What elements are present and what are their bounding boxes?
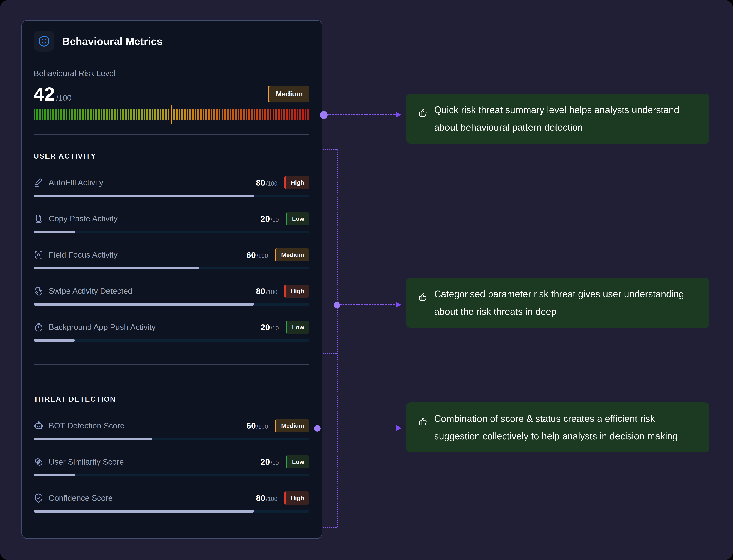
metric-progressbar xyxy=(34,510,309,513)
metric-row-autofill: AutoFIll Activity 80/100 High xyxy=(34,176,309,197)
focus-scan-icon xyxy=(34,250,44,260)
metric-row-swipe: Swipe Activity Detected 80/100 High xyxy=(34,285,309,306)
metric-row-copy-paste: Copy Paste Activity 20/10 Low xyxy=(34,212,309,233)
connector-dot xyxy=(320,111,328,119)
metric-label: AutoFIll Activity xyxy=(49,178,103,187)
metric-row-background-push: Background App Push Activity 20/10 Low xyxy=(34,321,309,342)
callout-text: Quick risk threat summary level helps an… xyxy=(434,101,697,136)
metric-value: 60 xyxy=(246,250,256,260)
metric-label: Copy Paste Activity xyxy=(49,214,118,223)
connector-dot xyxy=(334,302,340,308)
timer-icon xyxy=(34,322,44,332)
metric-row-bot-detection: BOT Detection Score 60/100 Medium xyxy=(34,420,309,440)
connector-stub-middle xyxy=(323,353,337,354)
metric-row-confidence: Confidence Score 80/100 High xyxy=(34,492,309,513)
risk-score-value: 42 xyxy=(34,84,55,104)
risk-score-row: 42 /100 Medium xyxy=(34,84,309,104)
connector-dot xyxy=(314,425,321,432)
connector-bot-to-callout3 xyxy=(315,428,400,428)
metric-value: 20 xyxy=(261,322,270,332)
metric-denominator: /100 xyxy=(266,289,277,295)
metric-progress-fill xyxy=(34,510,254,513)
metric-progressbar xyxy=(34,303,309,306)
metric-value: 80 xyxy=(256,286,265,296)
status-badge: Medium xyxy=(275,248,309,261)
metric-value: 60 xyxy=(246,421,256,431)
metric-value: 20 xyxy=(261,457,270,467)
metric-value: 20 xyxy=(261,214,270,224)
divider xyxy=(34,134,309,135)
metric-denominator: /100 xyxy=(256,253,268,259)
metric-label: BOT Detection Score xyxy=(49,421,125,430)
metric-label: Background App Push Activity xyxy=(49,323,156,332)
metric-denominator: /10 xyxy=(271,459,279,466)
section-user-activity: USER ACTIVITY xyxy=(34,152,309,161)
metric-progressbar xyxy=(34,195,309,197)
callout-risk-summary: Quick risk threat summary level helps an… xyxy=(406,94,709,144)
connector-stub-top xyxy=(323,149,337,150)
metric-progress-fill xyxy=(34,267,199,269)
section-threat-detection: THREAT DETECTION xyxy=(34,395,309,404)
risk-score-max: /100 xyxy=(56,93,72,102)
status-badge: Low xyxy=(286,455,309,468)
metric-progress-fill xyxy=(34,339,75,342)
status-badge: Medium xyxy=(275,419,309,432)
overlap-circles-icon xyxy=(34,457,44,467)
risk-level-label: Behavioural Risk Level xyxy=(34,69,309,78)
robot-icon xyxy=(34,421,44,431)
card-title: Behavioural Metrics xyxy=(62,35,163,47)
metric-progress-fill xyxy=(34,438,152,440)
metric-progress-fill xyxy=(34,195,254,197)
metric-denominator: /10 xyxy=(271,325,279,332)
thumbs-up-icon xyxy=(419,417,427,426)
page-background: Behavioural Metrics Behavioural Risk Lev… xyxy=(0,0,733,560)
callout-text: Combination of score & status creates a … xyxy=(434,410,697,445)
metric-label: Confidence Score xyxy=(49,493,113,503)
thumbs-up-icon xyxy=(419,293,427,301)
risk-status-badge: Medium xyxy=(268,86,309,102)
metric-label: Field Focus Activity xyxy=(49,250,118,260)
metric-progress-fill xyxy=(34,303,254,306)
status-badge: Low xyxy=(286,321,309,334)
metric-row-user-similarity: User Similarity Score 20/10 Low xyxy=(34,456,309,476)
connector-stub-bottom xyxy=(323,527,337,528)
connector-risk-to-callout1 xyxy=(322,114,400,115)
metric-progressbar xyxy=(34,438,309,440)
metric-label: User Similarity Score xyxy=(49,457,124,467)
metric-progressbar xyxy=(34,267,309,269)
metric-row-field-focus: Field Focus Activity 60/100 Medium xyxy=(34,249,309,269)
metric-progress-fill xyxy=(34,231,75,233)
metric-denominator: /100 xyxy=(266,180,277,187)
connector-arrowhead xyxy=(396,425,401,431)
risk-gauge[interactable] xyxy=(34,109,309,120)
smiley-face-icon xyxy=(34,31,54,52)
metric-denominator: /100 xyxy=(256,423,268,430)
swipe-hand-icon xyxy=(34,286,44,296)
callout-text: Categorised parameter risk threat gives … xyxy=(434,285,697,320)
metric-progressbar xyxy=(34,339,309,342)
divider xyxy=(34,364,309,365)
status-badge: High xyxy=(284,285,309,298)
callout-categorised-parameters: Categorised parameter risk threat gives … xyxy=(406,278,709,328)
risk-gauge-marker[interactable] xyxy=(171,105,172,124)
pen-line-icon xyxy=(34,178,44,188)
metric-progressbar xyxy=(34,231,309,233)
metric-value: 80 xyxy=(256,493,265,503)
copy-icon xyxy=(34,214,44,224)
metric-progress-fill xyxy=(34,474,75,476)
metric-denominator: /100 xyxy=(266,496,277,502)
connector-arrowhead xyxy=(396,112,401,118)
metric-value: 80 xyxy=(256,178,265,188)
metric-label: Swipe Activity Detected xyxy=(49,286,132,296)
status-badge: Low xyxy=(286,212,309,225)
behavioural-metrics-card: Behavioural Metrics Behavioural Risk Lev… xyxy=(21,20,322,539)
metric-denominator: /10 xyxy=(271,216,279,223)
connector-bracket-to-callout2 xyxy=(337,304,400,305)
metric-progressbar xyxy=(34,474,309,476)
connector-bracket-line xyxy=(337,149,338,528)
connector-arrowhead xyxy=(396,302,401,308)
status-badge: High xyxy=(284,176,309,189)
status-badge: High xyxy=(284,491,309,505)
card-header: Behavioural Metrics xyxy=(34,31,309,52)
callout-score-status-combination: Combination of score & status creates a … xyxy=(406,402,709,452)
